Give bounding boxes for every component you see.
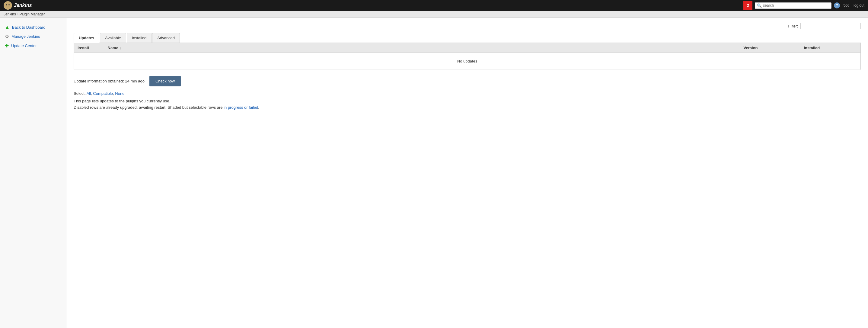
tab-installed[interactable]: Installed [127,33,152,42]
user-info: root l log out [842,3,864,7]
description-line2-suffix: . [258,105,259,110]
description: This page lists updates to the plugins y… [74,98,861,111]
description-line2-prefix: Disabled rows are already upgraded, awai… [74,105,224,110]
filter-label: Filter: [788,24,798,28]
tab-advanced[interactable]: Advanced [152,33,180,42]
header: Jenkins 2 🔍 ? root l log out [0,0,868,11]
no-updates-row: No updates [74,53,861,70]
sidebar-item-manage-jenkins[interactable]: ⚙ Manage Jenkins [0,32,66,41]
svg-point-1 [6,4,7,5]
sidebar-item-update-center[interactable]: ✚ Update Center [0,41,66,51]
select-compatible-link[interactable]: Compatible [93,91,113,96]
no-updates-cell: No updates [74,53,861,70]
search-icon: 🔍 [757,3,762,8]
svg-point-0 [4,1,12,10]
breadcrumb-separator: › [17,12,19,16]
header-left: Jenkins [4,1,32,10]
select-all-link[interactable]: All [87,91,91,96]
notification-badge[interactable]: 2 [743,1,752,10]
header-right: 2 🔍 ? root l log out [743,1,864,10]
description-line1: This page lists updates to the plugins y… [74,98,861,105]
search-input[interactable] [763,3,829,7]
in-progress-link[interactable]: in progress or failed [224,105,258,110]
sidebar: ▲ Back to Dashboard ⚙ Manage Jenkins ✚ U… [0,18,66,328]
breadcrumb-plugin-manager: Plugin Manager [20,12,45,16]
puzzle-icon: ✚ [5,43,9,49]
layout: ▲ Back to Dashboard ⚙ Manage Jenkins ✚ U… [0,18,868,328]
gear-icon: ⚙ [5,33,9,39]
select-area: Select: All, Compatible, None [74,91,861,96]
description-line2: Disabled rows are already upgraded, awai… [74,105,861,111]
jenkins-avatar [4,1,12,10]
col-header-installed: Installed [800,43,861,53]
tab-updates[interactable]: Updates [74,33,99,43]
sidebar-label-update: Update Center [11,43,37,48]
main-content: Filter: Updates Available Installed Adva… [66,18,868,328]
update-info-text: Update information obtained: 24 min ago [74,79,145,83]
jenkins-logo: Jenkins [4,1,32,10]
jenkins-title: Jenkins [14,3,32,8]
filter-input[interactable] [800,23,861,29]
breadcrumb-jenkins[interactable]: Jenkins [4,12,16,16]
sidebar-label-back: Back to Dashboard [12,25,45,30]
help-icon[interactable]: ? [834,2,840,8]
check-now-area: Update information obtained: 24 min ago … [74,76,861,86]
plugin-table: Install Name ↓ Version Installed No upda… [74,43,861,70]
svg-point-2 [8,4,10,5]
col-header-name[interactable]: Name ↓ [104,43,740,53]
col-header-version: Version [740,43,800,53]
sidebar-item-back-to-dashboard[interactable]: ▲ Back to Dashboard [0,23,66,32]
check-now-button[interactable]: Check now [149,76,181,86]
tabs: Updates Available Installed Advanced [74,33,861,43]
sidebar-label-manage: Manage Jenkins [11,34,40,39]
col-header-install: Install [74,43,104,53]
logout-link[interactable]: l log out [852,3,864,7]
tab-available[interactable]: Available [100,33,126,42]
select-none-link[interactable]: None [115,91,124,96]
up-arrow-icon: ▲ [5,25,10,30]
select-prefix: Select: [74,91,87,96]
breadcrumb: Jenkins › Plugin Manager [0,11,868,18]
search-wrapper: 🔍 [755,2,832,9]
user-link[interactable]: root [842,3,849,7]
filter-bar: Filter: [74,23,861,29]
